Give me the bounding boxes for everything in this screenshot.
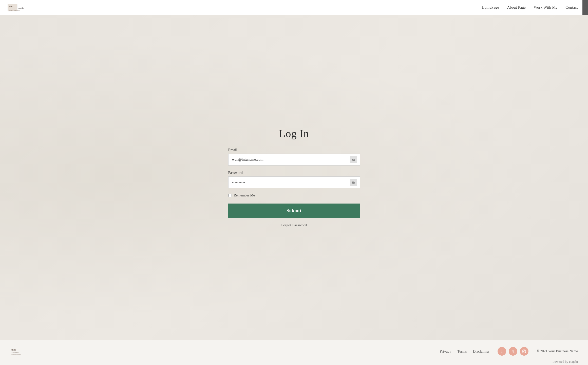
footer-links: Privacy Terms Disclaimer xyxy=(440,349,489,354)
footer-privacy-link[interactable]: Privacy xyxy=(440,349,451,354)
footer-bottom: Powered by Kajabi xyxy=(10,360,578,364)
main-background: Log In Email Password xyxy=(0,15,588,340)
login-container: Log In Email Password xyxy=(0,15,588,340)
instagram-svg xyxy=(522,349,526,353)
password-input-wrapper xyxy=(228,176,360,188)
password-label: Password xyxy=(228,171,360,175)
forgot-password-container: Forgot Password xyxy=(228,223,360,227)
remember-me-checkbox[interactable] xyxy=(228,194,232,197)
svg-text:smile: smile xyxy=(18,7,24,10)
password-autofill-icon[interactable] xyxy=(350,179,357,186)
logo[interactable]: HDB KAJABI EXPERT & LAUNCH STRATEGIST sm… xyxy=(8,2,33,13)
svg-text:LAUNCH STRATEGIST: LAUNCH STRATEGIST xyxy=(11,354,21,355)
login-title: Log In xyxy=(228,127,360,140)
password-group: Password xyxy=(228,171,360,188)
footer-copyright: © 2021 Your Business Name xyxy=(537,349,578,353)
nav-about[interactable]: About Page xyxy=(507,5,526,10)
header: HDB KAJABI EXPERT & LAUNCH STRATEGIST sm… xyxy=(0,0,588,15)
nav-homepage[interactable]: HomePage xyxy=(482,5,499,10)
forgot-password-link[interactable]: Forgot Password xyxy=(281,223,307,227)
nav-contact[interactable]: Contact xyxy=(565,5,578,10)
instagram-icon[interactable] xyxy=(520,347,528,356)
svg-text:LAUNCH STRATEGIST: LAUNCH STRATEGIST xyxy=(9,10,21,11)
logo-svg: HDB KAJABI EXPERT & LAUNCH STRATEGIST sm… xyxy=(8,2,33,13)
nav: HomePage About Page Work With Me Contact xyxy=(482,5,578,10)
svg-point-60 xyxy=(352,159,353,160)
footer: smile KAJABI EXPERT & LAUNCH STRATEGIST … xyxy=(0,340,588,365)
powered-by: Powered by Kajabi xyxy=(553,360,578,363)
submit-button[interactable]: Submit xyxy=(228,204,360,218)
email-autofill-icon[interactable] xyxy=(350,156,357,163)
password-input[interactable] xyxy=(229,177,360,188)
footer-inner: smile KAJABI EXPERT & LAUNCH STRATEGIST … xyxy=(10,346,578,357)
remember-me-label[interactable]: Remember Me xyxy=(234,193,255,197)
svg-point-63 xyxy=(352,182,353,183)
email-input[interactable] xyxy=(229,154,360,165)
footer-social: f 𝕏 xyxy=(498,347,528,356)
nav-work-with-me[interactable]: Work With Me xyxy=(534,5,557,10)
svg-point-69 xyxy=(525,350,525,351)
svg-text:KAJABI EXPERT &: KAJABI EXPERT & xyxy=(11,352,20,353)
sidebar-toggle[interactable]: › xyxy=(582,0,588,15)
svg-text:smile: smile xyxy=(11,348,16,351)
footer-terms-link[interactable]: Terms xyxy=(457,349,467,354)
facebook-icon[interactable]: f xyxy=(498,347,506,356)
email-input-wrapper xyxy=(228,154,360,166)
sidebar-toggle-icon: › xyxy=(585,6,586,10)
svg-text:HDB: HDB xyxy=(9,6,13,8)
svg-rect-67 xyxy=(523,350,526,353)
footer-logo: smile KAJABI EXPERT & LAUNCH STRATEGIST xyxy=(10,346,32,357)
email-group: Email xyxy=(228,148,360,166)
remember-me-group: Remember Me xyxy=(228,193,360,197)
footer-logo-svg: smile KAJABI EXPERT & LAUNCH STRATEGIST xyxy=(10,346,32,356)
footer-links-social: Privacy Terms Disclaimer f 𝕏 © 2021 Your… xyxy=(440,347,578,356)
svg-point-68 xyxy=(523,351,525,352)
key-icon xyxy=(352,158,356,162)
footer-disclaimer-link[interactable]: Disclaimer xyxy=(473,349,489,354)
login-box: Log In Email Password xyxy=(228,127,360,227)
email-label: Email xyxy=(228,148,360,152)
key-icon-password xyxy=(352,180,356,185)
twitter-icon[interactable]: 𝕏 xyxy=(509,347,517,356)
